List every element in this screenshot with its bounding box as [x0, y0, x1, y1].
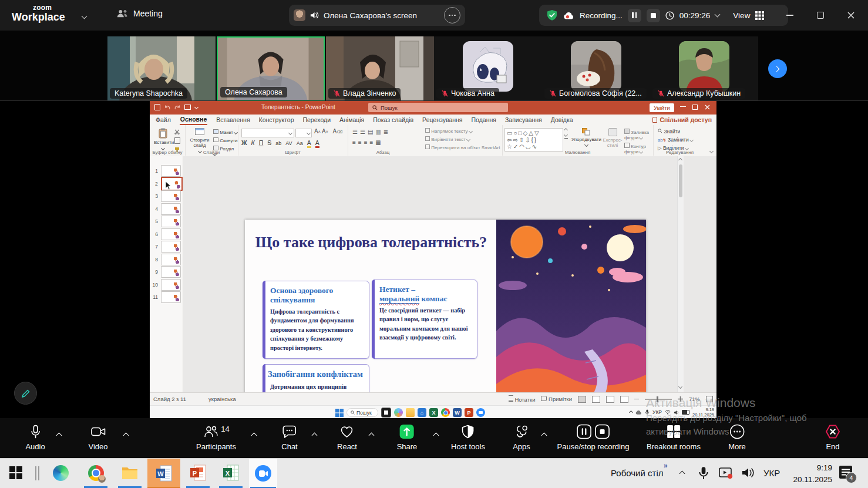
zoom-taskbar-cell-active[interactable]	[249, 459, 277, 488]
video-button[interactable]: Video	[88, 424, 107, 451]
list-indent-buttons: ☰☰▤▥≣	[352, 129, 391, 135]
record-label: Pause/stop recording	[557, 442, 630, 451]
participant-filmstrip: Kateryna Shapochka Олена Сахарова	[0, 31, 868, 101]
tray-clock[interactable]: 9:1920.11.2025	[790, 462, 832, 485]
next-participants-button[interactable]	[768, 59, 787, 78]
react-options-chevron[interactable]	[369, 433, 375, 439]
edge-taskbar-icon[interactable]	[52, 464, 69, 482]
tab-meeting[interactable]: Meeting	[116, 8, 163, 19]
italic-button: К	[251, 139, 255, 146]
react-button[interactable]: React	[337, 424, 357, 451]
tray-speaker-icon[interactable]	[741, 467, 755, 479]
avatar-tile-bohomolova[interactable]: Богомолова Софія (22...	[542, 36, 650, 101]
chrome-taskbar-icon[interactable]	[87, 464, 105, 482]
drawing-group-label: Малювання	[502, 150, 653, 155]
breakout-label: Breakout rooms	[647, 442, 701, 451]
host-windows-taskbar: W P X Робочий стіл » УКР 9:1920.11.2025	[0, 458, 868, 488]
word-taskbar-cell-active[interactable]: W	[147, 459, 180, 488]
tray-screenrec-icon[interactable]	[719, 467, 733, 479]
remote-clock: 9:1920.11.2025	[692, 407, 714, 418]
shared-screen-pill[interactable]: Олена Сахарова's screen	[289, 5, 465, 26]
share-options-button[interactable]	[444, 7, 460, 23]
pause-stop-recording-button[interactable]: Pause/stop recording	[557, 424, 630, 451]
close-window-button[interactable]	[842, 6, 860, 24]
ppt-titlebar: Толерантність - PowerPoint Пошук Увійти	[150, 101, 716, 115]
video-label: Video	[88, 442, 107, 451]
language-indicator[interactable]: УКР	[763, 468, 780, 478]
shape-fill-button: Заливка фігури	[624, 129, 653, 140]
tray-hidden-icons-chevron[interactable]	[679, 471, 685, 477]
ppt-ribbon-tabs: Файл Основне Вставлення Конструктор Пере…	[150, 115, 716, 125]
tray-mic-icon[interactable]	[699, 466, 708, 480]
participants-button[interactable]: 14 Participants	[196, 424, 236, 451]
pause-recording-button[interactable]	[628, 9, 641, 22]
participants-options-chevron[interactable]	[251, 433, 257, 439]
audio-options-chevron[interactable]	[56, 433, 62, 439]
chat-options-chevron[interactable]	[312, 433, 318, 439]
align-text-button: Вирівняти текст	[425, 136, 470, 142]
end-meeting-button[interactable]: End	[825, 424, 841, 451]
apps-options-chevron[interactable]	[541, 433, 547, 439]
minimize-window-button[interactable]	[781, 6, 799, 24]
audio-button[interactable]: Audio	[25, 424, 45, 451]
taskbar-divider	[38, 466, 39, 480]
slideshow-view-button	[620, 396, 628, 403]
taskbar-divider	[35, 466, 36, 480]
desktop-toolbar-chevrons-icon[interactable]: »	[664, 462, 668, 470]
file-explorer-taskbar-icon[interactable]	[121, 464, 139, 482]
powerpoint-taskbar-icon[interactable]: P	[189, 464, 207, 482]
start-button[interactable]	[7, 464, 25, 482]
share-options-chevron[interactable]	[433, 433, 439, 439]
reset-button: Скинути	[213, 137, 238, 143]
excel-taskbar-icon[interactable]: X	[222, 464, 240, 482]
chat-button[interactable]: Chat	[281, 424, 297, 451]
view-button-label[interactable]: View	[733, 11, 750, 20]
desktop-toolbar[interactable]: Робочий стіл	[611, 468, 664, 478]
stop-recording-button[interactable]	[647, 9, 660, 22]
video-options-chevron[interactable]	[123, 433, 129, 439]
tab-home-active: Основне	[180, 115, 207, 125]
editing-buttons: Знайти ab↯ Замінити ▷ Виділити	[658, 129, 693, 151]
more-button[interactable]: More	[728, 424, 746, 451]
excel-icon: X	[429, 408, 438, 417]
chat-icon	[282, 424, 298, 439]
security-shield-icon[interactable]	[546, 9, 558, 21]
host-tools-label: Host tools	[451, 442, 485, 451]
participant-name: Kateryna Shapochka	[110, 88, 187, 99]
notifications-button[interactable]: 4	[839, 465, 854, 483]
timer-chevron-icon[interactable]	[715, 12, 721, 18]
slide-thumbnail-panel: 1 2 3 4 5 6 7 8 9 10 11	[150, 156, 183, 392]
alignment-buttons: ≡≡≡≡▦	[352, 139, 383, 146]
annotate-button[interactable]	[14, 382, 37, 405]
video-tile-vlada[interactable]: Влада Зінченко	[326, 36, 434, 101]
remote-language-indicator: УКР	[652, 409, 662, 415]
host-tools-button[interactable]: Host tools	[451, 424, 485, 451]
breakout-rooms-button[interactable]: Breakout rooms	[647, 424, 701, 451]
qat-chevron-icon	[194, 105, 199, 109]
participant-name: Олена Сахарова	[220, 87, 287, 97]
slide-thumb-7: 7	[150, 241, 183, 252]
battery-icon	[682, 410, 689, 415]
misspelled-word: моральний	[379, 294, 419, 304]
bold-button: Ж	[241, 139, 247, 146]
kubyshkin-avatar	[679, 41, 729, 92]
view-grid-icon[interactable]	[755, 11, 764, 20]
share-button[interactable]: Share	[397, 424, 418, 451]
apps-button[interactable]: Apps	[513, 424, 530, 451]
participant-name: Богомолова Софія (22...	[544, 88, 647, 99]
chat-label: Chat	[281, 442, 297, 451]
editing-group: Знайти ab↯ Замінити ▷ Виділити Редагуван…	[653, 125, 706, 156]
ppt-scrollbar	[677, 156, 684, 392]
video-tile-kateryna[interactable]: Kateryna Shapochka	[107, 36, 216, 101]
tab-review: Рецензування	[422, 116, 462, 123]
clock-icon	[665, 11, 674, 20]
meeting-top-bar: zoom Workplace Meeting Олена Сахарова's …	[0, 0, 868, 31]
avatar-tile-chokova[interactable]: Чокова Анна	[434, 36, 542, 101]
highlight-color-button: A	[307, 140, 311, 148]
remote-taskbar-tray: УКР 9:1920.11.2025	[630, 407, 714, 418]
workspace-menu-chevron-icon[interactable]	[82, 14, 88, 19]
avatar-tile-kubyshkin[interactable]: Александр Кубышкин	[650, 36, 758, 101]
maximize-window-button[interactable]	[812, 6, 829, 24]
video-tile-olena-active-speaker[interactable]: Олена Сахарова	[217, 36, 325, 101]
slide-counter: Слайд 2 з 11	[153, 396, 186, 402]
